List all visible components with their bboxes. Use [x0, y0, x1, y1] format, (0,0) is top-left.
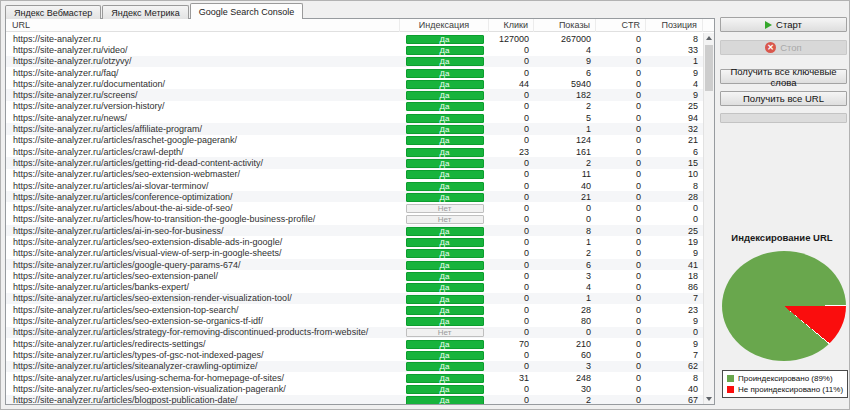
table-row[interactable]: https://site-analyzer.ru/otzyvy/Да0901	[6, 56, 703, 67]
indexed-badge: Да	[406, 80, 484, 89]
ctr-cell: 0	[596, 248, 646, 258]
position-cell: 8	[646, 373, 703, 383]
get-keywords-button-label: Получить все ключевые слова	[721, 66, 846, 88]
stop-button[interactable]: ✕ Стоп	[720, 40, 847, 55]
scroll-down-icon[interactable]	[704, 394, 714, 404]
table-row[interactable]: https://site-analyzer.ru/articles/sitean…	[6, 361, 703, 372]
indexed-badge: Да	[406, 351, 484, 360]
table-row[interactable]: https://site-analyzer.ru/articles/crawl-…	[6, 146, 703, 157]
table-row[interactable]: https://site-analyzer.ru/video/Да04033	[6, 44, 703, 55]
start-button[interactable]: Старт	[720, 17, 847, 32]
table-row[interactable]: https://site-analyzer.ru/articles/seo-ex…	[6, 169, 703, 180]
clicks-cell: 0	[489, 237, 534, 247]
tab-yandex-webmaster[interactable]: Яндекс Вебмастер	[5, 5, 101, 19]
shows-cell: 21	[534, 192, 596, 202]
position-cell: 33	[646, 45, 703, 55]
table-row[interactable]: https://site-analyzer.ru/articles/blogpo…	[6, 395, 703, 406]
url-cell: https://site-analyzer.ru/articles/seo-ex…	[6, 384, 400, 394]
ctr-cell: 0	[596, 339, 646, 349]
position-cell: 40	[646, 384, 703, 394]
table-row[interactable]: https://site-analyzer.ru/articles/seo-ex…	[6, 383, 703, 394]
clicks-cell: 0	[489, 350, 534, 360]
column-header-5[interactable]: Позиция	[646, 19, 703, 32]
table-row[interactable]: https://site-analyzer.ruДа12700026700008	[6, 33, 703, 44]
legend-label: Не проиндексировано (11%)	[738, 385, 843, 394]
table-row[interactable]: https://site-analyzer.ru/articles/ai-in-…	[6, 225, 703, 236]
ctr-cell: 0	[596, 45, 646, 55]
table-row[interactable]: https://site-analyzer.ru/faq/Да0609	[6, 67, 703, 78]
url-cell: https://site-analyzer.ru/articles/seo-ex…	[6, 169, 400, 179]
indexed-badge: Да	[406, 385, 484, 394]
indexed-badge: Да	[406, 362, 484, 371]
clicks-cell: 0	[489, 282, 534, 292]
url-table: URLИндексацияКликиПоказыCTRПозиция https…	[5, 18, 715, 405]
table-row[interactable]: https://site-analyzer.ru/articles/seo-ex…	[6, 315, 703, 326]
url-cell: https://site-analyzer.ru/otzyvy/	[6, 56, 400, 66]
legend-item: Проиндексировано (89%)	[727, 373, 843, 384]
start-button-label: Старт	[776, 19, 802, 30]
get-urls-button[interactable]: Получить все URL	[720, 91, 847, 106]
tab-yandex-metrika[interactable]: Яндекс Метрика	[102, 5, 188, 19]
index-cell: Да	[400, 56, 489, 66]
index-cell: Да	[400, 372, 489, 382]
index-cell: Да	[400, 45, 489, 55]
column-header-2[interactable]: Клики	[489, 19, 534, 32]
column-header-0[interactable]: URL	[6, 19, 400, 32]
table-row[interactable]: https://site-analyzer.ru/articles/seo-ex…	[6, 270, 703, 281]
table-row[interactable]: https://site-analyzer.ru/articles/seo-ex…	[6, 236, 703, 247]
table-scrollbar[interactable]	[703, 33, 714, 404]
ctr-cell: 0	[596, 56, 646, 66]
table-row[interactable]: https://site-analyzer.ru/articles/banks-…	[6, 282, 703, 293]
table-row[interactable]: https://site-analyzer.ru/articles/types-…	[6, 349, 703, 360]
shows-cell: 210	[534, 339, 596, 349]
legend-swatch	[727, 386, 734, 393]
table-row[interactable]: https://site-analyzer.ru/news/Да05094	[6, 112, 703, 123]
tab-google-search-console[interactable]: Google Search Console	[190, 3, 304, 19]
table-row[interactable]: https://site-analyzer.ru/articles/seo-ex…	[6, 293, 703, 304]
table-row[interactable]: https://site-analyzer.ru/articles/google…	[6, 259, 703, 270]
legend-swatch	[727, 375, 734, 382]
table-row[interactable]: https://site-analyzer.ru/version-history…	[6, 101, 703, 112]
index-cell: Да	[400, 293, 489, 303]
shows-cell: 1	[534, 293, 596, 303]
table-row[interactable]: https://site-analyzer.ru/articles/rasche…	[6, 135, 703, 146]
ctr-cell: 0	[596, 147, 646, 157]
indexed-badge: Да	[406, 396, 484, 405]
indexed-badge: Нет	[406, 204, 484, 213]
table-row[interactable]: https://site-analyzer.ru/articles/redire…	[6, 338, 703, 349]
column-header-1[interactable]: Индексация	[400, 19, 489, 32]
indexed-badge: Да	[406, 249, 484, 258]
clicks-cell: 0	[489, 384, 534, 394]
table-row[interactable]: https://site-analyzer.ru/articles/ai-slo…	[6, 180, 703, 191]
index-cell: Да	[400, 180, 489, 190]
shows-cell: 3	[534, 271, 596, 281]
url-cell: https://site-analyzer.ru/version-history…	[6, 101, 400, 111]
table-row[interactable]: https://site-analyzer.ru/articles/affili…	[6, 123, 703, 134]
table-row[interactable]: https://site-analyzer.ru/articles/gettin…	[6, 157, 703, 168]
table-row[interactable]: https://site-analyzer.ru/articles/confer…	[6, 191, 703, 202]
scroll-up-icon[interactable]	[704, 33, 714, 43]
ctr-cell: 0	[596, 90, 646, 100]
get-keywords-button[interactable]: Получить все ключевые слова	[720, 69, 847, 84]
indexed-badge: Да	[406, 283, 484, 292]
column-header-3[interactable]: Показы	[534, 19, 596, 32]
table-row[interactable]: https://site-analyzer.ru/articles/about-…	[6, 202, 703, 213]
scrollbar-thumb[interactable]	[705, 45, 713, 91]
column-header-4[interactable]: CTR	[596, 19, 646, 32]
shows-cell: 40	[534, 181, 596, 191]
table-row[interactable]: https://site-analyzer.ru/articles/using-…	[6, 372, 703, 383]
table-row[interactable]: https://site-analyzer.ru/screens/Да01820…	[6, 89, 703, 100]
index-cell: Да	[400, 101, 489, 111]
clicks-cell: 0	[489, 101, 534, 111]
table-row[interactable]: https://site-analyzer.ru/articles/seo-ex…	[6, 304, 703, 315]
table-row[interactable]: https://site-analyzer.ru/articles/visual…	[6, 248, 703, 259]
table-row[interactable]: https://site-analyzer.ru/articles/strate…	[6, 327, 703, 338]
ctr-cell: 0	[596, 327, 646, 337]
clicks-cell: 0	[489, 226, 534, 236]
url-cell: https://site-analyzer.ru/articles/using-…	[6, 373, 400, 383]
position-cell: 32	[646, 124, 703, 134]
table-row[interactable]: https://site-analyzer.ru/documentation/Д…	[6, 78, 703, 89]
table-row[interactable]: https://site-analyzer.ru/articles/how-to…	[6, 214, 703, 225]
clicks-cell: 0	[489, 124, 534, 134]
url-cell: https://site-analyzer.ru	[6, 34, 400, 44]
